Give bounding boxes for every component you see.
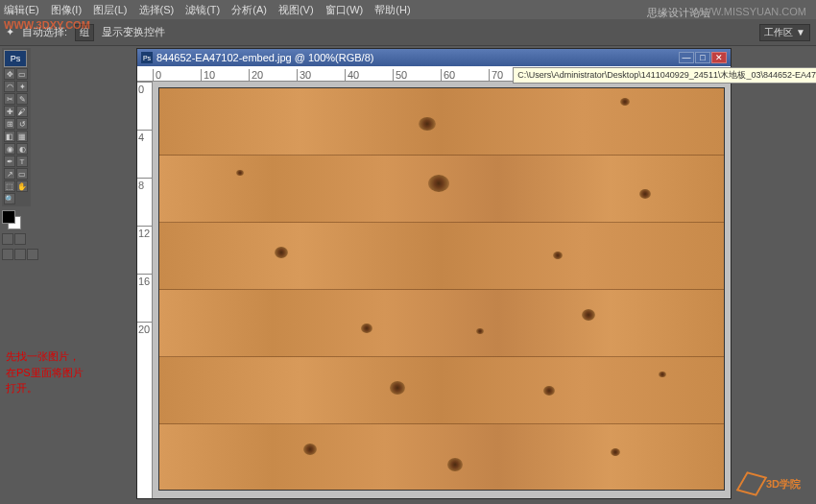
gradient-tool[interactable]: ▦ (16, 131, 28, 142)
document-titlebar[interactable]: Ps 844652-EA47102-embed.jpg @ 100%(RGB/8… (137, 49, 731, 66)
shape-tool[interactable]: ▭ (16, 168, 28, 180)
pen-tool[interactable]: ✒ (4, 156, 15, 167)
foreground-color[interactable] (2, 210, 15, 224)
menu-filter[interactable]: 滤镜(T) (185, 3, 220, 17)
menu-select[interactable]: 选择(S) (139, 3, 175, 17)
standard-mode[interactable] (2, 233, 13, 245)
ruler-vertical[interactable]: 048121620 (137, 82, 153, 498)
stamp-tool[interactable]: ⊞ (4, 118, 15, 130)
zoom-tool[interactable]: 🔍 (4, 193, 15, 204)
lasso-tool[interactable]: ◠ (4, 81, 15, 92)
3d-tool[interactable]: ⬚ (4, 180, 15, 192)
watermark-bottom-right: 3D学院 (741, 473, 801, 494)
menu-image[interactable]: 图像(I) (51, 3, 82, 17)
canvas-area[interactable] (153, 82, 731, 498)
crop-tool[interactable]: ✂ (4, 93, 15, 105)
menu-layer[interactable]: 图层(L) (93, 3, 127, 17)
type-tool[interactable]: T (16, 156, 28, 167)
marquee-tool[interactable]: ▭ (16, 68, 28, 80)
quickmask-row (2, 233, 132, 245)
workspace-switcher[interactable]: 工作区 ▼ (759, 24, 810, 41)
hand-tool[interactable]: ✋ (16, 180, 28, 192)
minimize-button[interactable]: — (679, 52, 694, 63)
brush-tool[interactable]: 🖌 (16, 106, 28, 117)
menu-edit[interactable]: 编辑(E) (4, 3, 39, 17)
eraser-tool[interactable]: ◧ (4, 131, 15, 142)
wand-tool[interactable]: ✦ (16, 81, 28, 92)
color-swatches[interactable] (2, 210, 27, 229)
ps-doc-icon: Ps (141, 52, 153, 63)
quickmask-mode[interactable] (14, 233, 26, 245)
toolbox: Ps ✥ ▭ ◠ ✦ ✂ ✎ ✚ 🖌 ⊞ ↺ ◧ ▦ ◉ ◐ ✒ T ↗ ▭ ⬚… (2, 48, 31, 206)
watermark-top-right: WWW.MISSYUAN.COM (691, 6, 806, 17)
ps-icon: Ps (4, 50, 27, 67)
path-tooltip: C:\Users\Administrator\Desktop\141104092… (513, 67, 816, 84)
screen-mode-1[interactable] (2, 249, 13, 260)
close-button[interactable]: ✕ (711, 52, 727, 63)
heal-tool[interactable]: ✚ (4, 106, 15, 117)
menu-view[interactable]: 视图(V) (278, 3, 314, 17)
document-window: Ps 844652-EA47102-embed.jpg @ 100%(RGB/8… (136, 48, 732, 499)
wood-image (158, 87, 725, 491)
options-bar: ✦ 自动选择: 组 显示变换控件 工作区 ▼ (0, 19, 816, 46)
dodge-tool[interactable]: ◐ (16, 143, 28, 155)
screen-mode-3[interactable] (27, 249, 38, 260)
history-brush-tool[interactable]: ↺ (16, 118, 28, 130)
watermark-top-left: WWW.3DXY.COM (4, 19, 90, 31)
eyedropper-tool[interactable]: ✎ (16, 93, 28, 105)
blur-tool[interactable]: ◉ (4, 143, 15, 155)
document-title-text: 844652-EA47102-embed.jpg @ 100%(RGB/8) (156, 52, 373, 63)
menu-analysis[interactable]: 分析(A) (231, 3, 267, 17)
menu-window[interactable]: 窗口(W) (325, 3, 364, 17)
menu-help[interactable]: 帮助(H) (374, 3, 410, 17)
path-tool[interactable]: ↗ (4, 168, 15, 180)
move-tool[interactable]: ✥ (4, 68, 15, 80)
show-transform-checkbox[interactable]: 显示变换控件 (102, 25, 165, 39)
screen-mode-2[interactable] (14, 249, 26, 260)
maximize-button[interactable]: □ (695, 52, 710, 63)
instruction-text: 先找一张图片， 在PS里面将图片 打开。 (0, 339, 134, 406)
screenmode-row (2, 249, 132, 260)
cube-icon (736, 471, 768, 495)
